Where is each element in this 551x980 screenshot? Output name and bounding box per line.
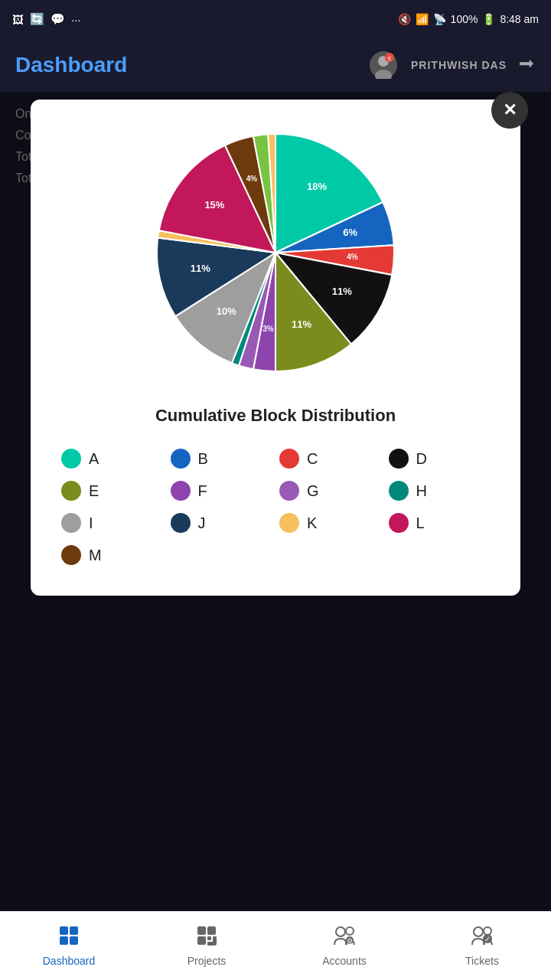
legend-color-j (171, 513, 191, 533)
modal-close-button[interactable]: ✕ (491, 92, 528, 129)
wifi-icon: 📶 (416, 13, 429, 25)
nav-projects-label: Projects (187, 955, 227, 967)
svg-text:15%: 15% (204, 199, 224, 211)
chart-title: Cumulative Block Distribution (54, 406, 497, 426)
svg-point-29 (474, 927, 483, 936)
svg-point-26 (346, 927, 354, 935)
svg-text:10%: 10% (217, 305, 236, 317)
dashboard-icon (58, 925, 80, 952)
legend-color-e (61, 481, 81, 501)
legend-item-a: A (61, 449, 163, 469)
svg-rect-18 (70, 936, 78, 945)
legend-color-a (61, 449, 81, 469)
legend-label-c: C (307, 450, 318, 468)
clock: 8:48 am (500, 13, 539, 25)
nav-dashboard-label: Dashboard (43, 955, 96, 967)
svg-text:18%: 18% (307, 181, 327, 192)
pie-chart: 18%6%4%11%11%3%10%11%15%4% (145, 122, 406, 383)
svg-point-25 (336, 927, 345, 936)
legend-label-b: B (198, 450, 208, 468)
legend-label-a: A (89, 450, 99, 468)
nav-accounts[interactable]: ⚙ Accounts (276, 912, 413, 980)
battery-icon: 🔋 (482, 13, 495, 25)
svg-rect-20 (207, 926, 216, 935)
svg-rect-16 (70, 926, 78, 935)
signal-icon: 📡 (433, 13, 446, 25)
whatsapp-icon: 💬 (51, 12, 65, 26)
nav-tickets-label: Tickets (465, 955, 499, 967)
legend-label-e: E (89, 482, 99, 500)
svg-text:⚙: ⚙ (347, 937, 353, 945)
app-title: Dashboard (15, 53, 356, 77)
svg-text:4%: 4% (246, 175, 258, 183)
legend-item-m: M (61, 545, 163, 565)
sync-icon: 🔄 (30, 12, 44, 26)
status-right: 🔇 📶 📡 100% 🔋 8:48 am (398, 13, 539, 25)
legend-color-i (61, 513, 81, 533)
legend-item-k: K (279, 513, 381, 533)
svg-rect-21 (197, 936, 206, 945)
nav-accounts-label: Accounts (322, 955, 367, 967)
status-bar: 🖼 🔄 💬 ··· 🔇 📶 📡 100% 🔋 8:48 am (0, 0, 551, 38)
svg-text:11%: 11% (332, 286, 352, 297)
legend-color-b (171, 449, 191, 469)
legend-label-f: F (198, 482, 207, 500)
nav-projects[interactable]: Projects (138, 912, 276, 980)
legend-label-i: I (89, 514, 93, 532)
svg-rect-24 (207, 942, 216, 946)
svg-rect-17 (60, 936, 68, 945)
legend-label-m: M (89, 547, 102, 564)
more-icon: ··· (71, 13, 81, 26)
legend-color-c (279, 449, 299, 469)
svg-point-30 (484, 927, 491, 935)
svg-text:11%: 11% (191, 263, 210, 274)
legend-color-g (279, 481, 299, 501)
legend-label-d: D (416, 450, 427, 468)
svg-text:✓: ✓ (484, 935, 491, 943)
legend-color-d (389, 449, 409, 469)
projects-icon (196, 925, 217, 952)
accounts-icon: ⚙ (333, 925, 356, 952)
legend-item-b: B (171, 449, 272, 469)
mute-icon: 🔇 (398, 13, 411, 25)
svg-text:11%: 11% (292, 318, 311, 330)
legend-item-f: F (171, 481, 272, 501)
legend-color-m (61, 545, 81, 565)
legend-color-f (171, 481, 191, 501)
legend-color-k (279, 513, 299, 533)
legend-color-h (389, 481, 409, 501)
svg-rect-22 (207, 936, 211, 940)
bottom-nav: Dashboard Projects ⚙ Acco (0, 911, 551, 980)
legend-label-g: G (307, 482, 319, 500)
modal-overlay: ✕ 18%6%4%11%11%3%10%11%15%4% Cumulative … (0, 92, 551, 911)
legend-item-l: L (389, 513, 491, 533)
legend-item-g: G (279, 481, 381, 501)
legend-item-i: I (61, 513, 163, 533)
legend-item-c: C (279, 449, 381, 469)
svg-text:4%: 4% (347, 253, 358, 261)
logout-icon[interactable]: ⮕ (519, 55, 536, 75)
legend-label-h: H (416, 482, 427, 500)
legend-color-l (389, 513, 409, 533)
modal-dialog: ✕ 18%6%4%11%11%3%10%11%15%4% Cumulative … (31, 100, 520, 596)
legend-label-k: K (307, 514, 317, 532)
svg-rect-19 (197, 926, 206, 935)
profile-icon[interactable]: € (368, 50, 399, 80)
svg-text:6%: 6% (343, 227, 357, 238)
legend-item-j: J (171, 513, 272, 533)
app-header: Dashboard € PRITHWISH DAS ⮕ (0, 38, 551, 92)
legend-item-e: E (61, 481, 163, 501)
user-name: PRITHWISH DAS (411, 59, 507, 71)
nav-dashboard[interactable]: Dashboard (0, 912, 138, 980)
legend-label-l: L (416, 514, 425, 532)
legend-item-d: D (389, 449, 491, 469)
legend-grid: ABCDEFGHIJKLM (54, 449, 497, 565)
pie-chart-container: 18%6%4%11%11%3%10%11%15%4% (54, 122, 497, 383)
svg-text:€: € (388, 55, 392, 62)
svg-text:3%: 3% (262, 325, 274, 333)
gallery-icon: 🖼 (12, 13, 24, 26)
legend-label-j: J (198, 514, 206, 532)
nav-tickets[interactable]: ✓ Tickets (413, 912, 551, 980)
tickets-icon: ✓ (471, 925, 494, 952)
battery-level: 100% (451, 13, 478, 25)
